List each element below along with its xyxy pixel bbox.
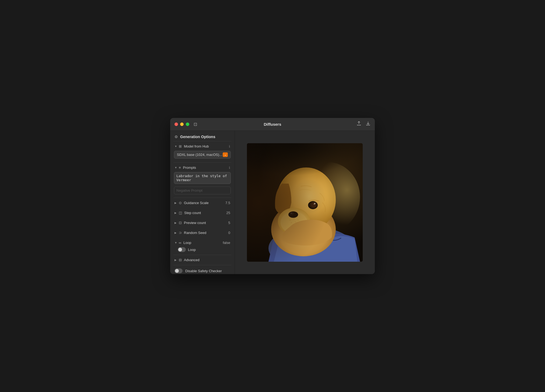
random-seed-section: ▶ ⊃ Random Seed 0 [170, 228, 235, 238]
loop-sub-label: Loop [188, 248, 196, 252]
loop-chevron-icon: ▼ [174, 241, 177, 244]
prompts-icon: ≡ [179, 166, 181, 170]
guidance-icon: ⊙ [179, 201, 182, 205]
prompts-chevron-icon: ▼ [174, 166, 177, 169]
window-title: Diffusers [264, 122, 281, 127]
preview-chevron-icon: ▶ [174, 221, 177, 224]
preview-icon: ⊡ [179, 221, 182, 225]
preview-count-row[interactable]: ▶ ⊡ Preview count 5 [170, 219, 235, 226]
generation-options-header: ⚙ Generation Options [170, 131, 235, 141]
advanced-icon: ⊟ [179, 258, 182, 262]
advanced-section: ▶ ⊟ Advanced [170, 255, 235, 265]
random-seed-label: Random Seed [184, 231, 228, 235]
loop-row[interactable]: ▼ ∞ Loop false [170, 239, 235, 246]
loop-toggle[interactable] [178, 247, 186, 252]
safety-checker-toggle[interactable] [174, 268, 183, 273]
loop-section: ▼ ∞ Loop false Loop [170, 238, 235, 255]
model-info-icon[interactable]: ℹ [229, 145, 230, 148]
preview-count-label: Preview count [184, 221, 228, 225]
negative-prompt-input[interactable] [174, 187, 231, 194]
loop-value: false [223, 241, 230, 245]
traffic-lights [174, 122, 189, 126]
prompt-area [174, 172, 231, 194]
model-icon: ⊞ [179, 144, 182, 148]
guidance-scale-value: 7.5 [225, 201, 230, 205]
loop-label: Loop [183, 241, 223, 245]
gear-icon: ⚙ [174, 135, 178, 139]
seed-icon: ⊃ [179, 231, 182, 235]
step-count-value: 25 [226, 211, 230, 215]
step-count-row[interactable]: ▶ ◫ Step count 25 [170, 209, 235, 216]
model-from-hub-row[interactable]: ▼ ⊞ Model from Hub ℹ [170, 143, 235, 150]
sidebar: ⚙ Generation Options ▼ ⊞ Model from Hub … [170, 131, 235, 274]
prompts-section: ▼ ≡ Prompts ℹ [170, 163, 235, 198]
model-section: ▼ ⊞ Model from Hub ℹ SDXL base (1024, ma… [170, 141, 235, 162]
advanced-chevron-icon: ▶ [174, 258, 177, 261]
step-icon: ◫ [179, 211, 182, 215]
sidebar-toggle-icon[interactable]: ⊡ [194, 122, 197, 127]
model-dropdown-arrow-icon: ⌄ [223, 152, 228, 157]
svg-rect-23 [247, 143, 363, 197]
preview-count-section: ▶ ⊡ Preview count 5 [170, 218, 235, 228]
prompts-info-icon[interactable]: ℹ [229, 166, 230, 170]
step-count-section: ▶ ◫ Step count 25 [170, 208, 235, 218]
random-seed-row[interactable]: ▶ ⊃ Random Seed 0 [170, 229, 235, 236]
maximize-button[interactable] [186, 122, 189, 126]
model-dropdown[interactable]: SDXL base (1024, macOS)... ⌄ [174, 151, 231, 159]
loop-sub-row: Loop [170, 246, 235, 253]
seed-chevron-icon: ▶ [174, 231, 177, 234]
safety-checker-label: Disable Safety Checker [185, 269, 222, 273]
random-seed-value: 0 [228, 231, 230, 235]
titlebar-actions [357, 121, 371, 127]
step-chevron-icon: ▶ [174, 211, 177, 214]
model-chevron-icon: ▼ [174, 145, 177, 148]
download-icon[interactable] [366, 121, 371, 127]
share-icon[interactable] [357, 121, 361, 127]
guidance-scale-section: ▶ ⊙ Guidance Scale 7.5 [170, 198, 235, 208]
prompts-label: Prompts [183, 166, 227, 170]
advanced-row[interactable]: ▶ ⊟ Advanced [170, 257, 235, 263]
close-button[interactable] [174, 122, 178, 126]
minimize-button[interactable] [180, 122, 184, 126]
content-area: ⚙ Generation Options ▼ ⊞ Model from Hub … [170, 131, 375, 274]
generated-image [247, 143, 363, 262]
step-count-label: Step count [184, 211, 226, 215]
main-content [235, 131, 375, 274]
advanced-label: Advanced [184, 258, 230, 262]
app-window: ⊡ Diffusers ⚙ Generation Options [170, 118, 375, 274]
prompts-row[interactable]: ▼ ≡ Prompts ℹ [170, 164, 235, 171]
model-dropdown-text: SDXL base (1024, macOS)... [177, 153, 222, 157]
loop-icon: ∞ [179, 241, 181, 245]
titlebar: ⊡ Diffusers [170, 118, 375, 131]
guidance-scale-row[interactable]: ▶ ⊙ Guidance Scale 7.5 [170, 200, 235, 206]
model-label: Model from Hub [184, 144, 227, 148]
disable-safety-row: Disable Safety Checker [170, 265, 235, 274]
generation-options-title: Generation Options [180, 135, 215, 139]
guidance-scale-label: Guidance Scale [184, 201, 225, 205]
prompt-input[interactable] [174, 172, 231, 184]
guidance-chevron-icon: ▶ [174, 201, 177, 204]
preview-count-value: 5 [228, 221, 230, 225]
